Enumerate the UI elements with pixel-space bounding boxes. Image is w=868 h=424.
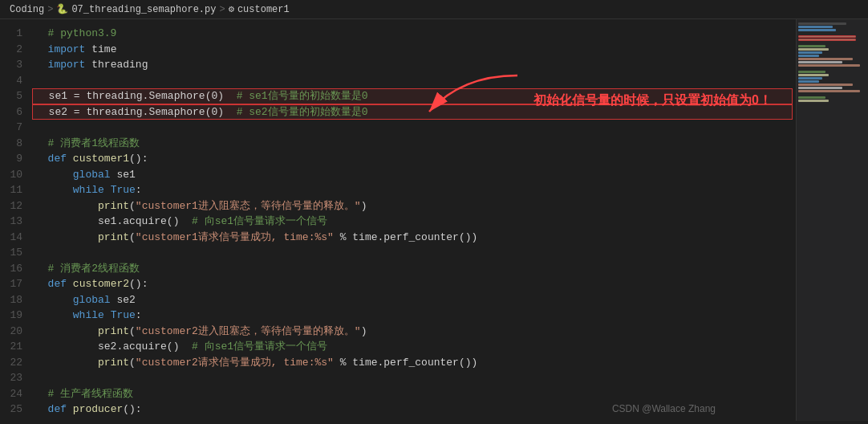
minimap-line	[798, 32, 805, 35]
breadcrumb: Coding > 🐍 07_threading_semaphore.py > ⚙…	[0, 0, 868, 19]
minimap-line	[798, 48, 829, 51]
breadcrumb-sep-2: >	[219, 4, 225, 15]
table-row: # 消费者2线程函数	[35, 261, 796, 277]
table-row: import threading	[35, 57, 796, 73]
table-row: se2 = threading.Semaphore(0) # se2信号量的初始…	[32, 104, 793, 120]
breadcrumb-sep-1: >	[47, 4, 53, 15]
minimap-line	[798, 55, 819, 57]
table-row: print("customer1进入阻塞态，等待信号量的释放。")	[35, 198, 796, 214]
minimap-line	[798, 58, 853, 60]
line-numbers: 1234567891011121314151617181920212223242…	[0, 19, 32, 421]
table-row: se1 = threading.Semaphore(0) # se1信号量的初始…	[32, 88, 793, 104]
minimap-line	[798, 67, 805, 70]
table-row: se2.acquire() # 向se1信号量请求一个信号	[35, 339, 796, 355]
breadcrumb-func[interactable]: customer1	[237, 4, 290, 15]
minimap-line	[798, 39, 856, 41]
code-lines: 1234567891011121314151617181920212223242…	[0, 19, 796, 421]
table-row: while True:	[35, 308, 796, 324]
minimap-line	[798, 64, 860, 67]
minimap-line	[798, 77, 822, 80]
minimap	[796, 19, 868, 421]
code-content[interactable]: # python3.9 import time import threading…	[32, 19, 796, 421]
table-row	[35, 370, 796, 386]
minimap-line	[798, 51, 822, 54]
table-row: print("customer1请求信号量成功, time:%s" % time…	[35, 230, 796, 246]
minimap-line	[798, 80, 819, 83]
minimap-line	[798, 93, 805, 96]
minimap-line	[798, 61, 842, 63]
table-row: # python3.9	[35, 26, 796, 42]
breadcrumb-file[interactable]: 07_threading_semaphore.py	[71, 4, 216, 15]
minimap-line	[798, 90, 860, 92]
breadcrumb-coding[interactable]: Coding	[10, 4, 44, 15]
minimap-line	[798, 100, 829, 102]
table-row	[35, 73, 796, 89]
minimap-line	[798, 42, 805, 44]
table-row: while True:	[35, 182, 796, 198]
table-row: se1.acquire() # 向se1信号量请求一个信号	[35, 214, 796, 230]
table-row: global se2	[35, 292, 796, 308]
breadcrumb-file-icon: 🐍	[56, 3, 68, 15]
minimap-line	[798, 26, 833, 28]
minimap-line	[798, 96, 825, 99]
watermark: CSDN @Wallace Zhang	[612, 403, 716, 414]
table-row: # 消费者1线程函数	[35, 136, 796, 152]
table-row: def customer1():	[35, 151, 796, 167]
table-row: global se1	[35, 167, 796, 183]
table-row: print("customer2进入阻塞态，等待信号量的释放。")	[35, 324, 796, 340]
minimap-content	[797, 19, 868, 106]
minimap-line	[798, 74, 829, 76]
table-row	[35, 120, 796, 136]
table-row: # 生产者线程函数	[35, 386, 796, 402]
minimap-line	[798, 35, 856, 38]
minimap-line	[798, 84, 853, 86]
code-area: 1234567891011121314151617181920212223242…	[0, 19, 796, 421]
table-row: import time	[35, 42, 796, 58]
minimap-line	[798, 71, 825, 73]
minimap-line	[798, 45, 825, 47]
table-row: print("customer2请求信号量成功, time:%s" % time…	[35, 355, 796, 371]
table-row: def customer2():	[35, 276, 796, 292]
minimap-line	[798, 29, 836, 31]
editor-container: 1234567891011121314151617181920212223242…	[0, 19, 868, 421]
breadcrumb-func-icon: ⚙️	[229, 3, 234, 15]
minimap-line	[798, 87, 842, 89]
table-row	[35, 245, 796, 261]
minimap-line	[798, 22, 846, 25]
